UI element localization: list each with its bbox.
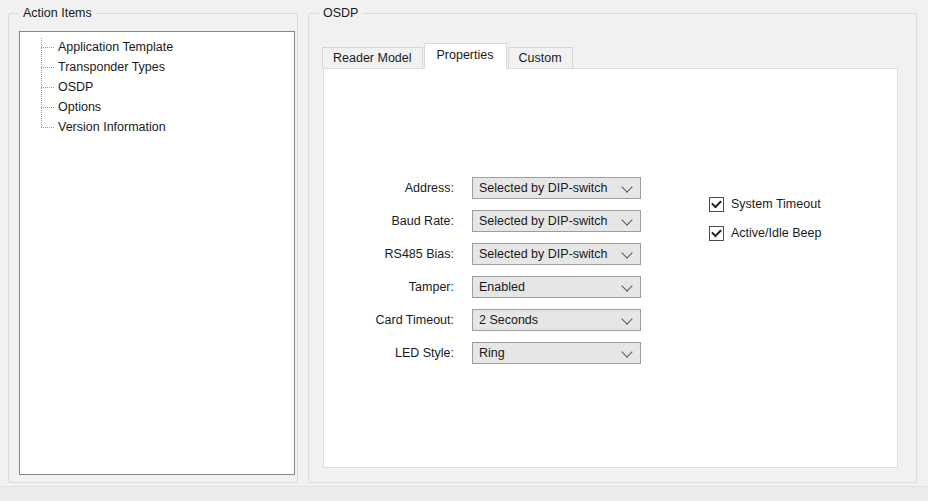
rs485-bias-dropdown[interactable]: Selected by DIP-switch	[472, 243, 641, 265]
chevron-down-icon	[621, 313, 632, 324]
address-dropdown[interactable]: Selected by DIP-switch	[472, 177, 641, 199]
chevron-down-icon	[621, 214, 632, 225]
properties-tab-page: Address: Selected by DIP-switch Baud Rat…	[323, 68, 898, 468]
chevron-down-icon	[621, 346, 632, 357]
tree-item-transponder-types[interactable]: Transponder Types	[20, 57, 294, 77]
tree-branch-icon	[41, 47, 54, 48]
active-idle-beep-checkbox-row[interactable]: Active/Idle Beep	[709, 226, 821, 241]
application-window: Action Items Application Template Transp…	[0, 0, 928, 501]
osdp-groupbox: OSDP Reader Model Properties Custom Addr…	[308, 13, 917, 483]
active-idle-beep-label: Active/Idle Beep	[731, 226, 821, 241]
system-timeout-checkbox[interactable]	[709, 197, 724, 212]
led-style-row: LED Style: Ring	[324, 342, 897, 364]
tree-item-options[interactable]: Options	[20, 97, 294, 117]
tab-custom[interactable]: Custom	[508, 47, 573, 68]
active-idle-beep-checkbox[interactable]	[709, 226, 724, 241]
card-timeout-dropdown[interactable]: 2 Seconds	[472, 309, 641, 331]
tamper-row: Tamper: Enabled	[324, 276, 897, 298]
osdp-tabstrip: Reader Model Properties Custom	[322, 42, 574, 68]
tree-branch-icon	[41, 87, 54, 88]
window-bottom-edge	[0, 486, 928, 501]
tab-reader-model[interactable]: Reader Model	[322, 47, 423, 68]
rs485-bias-row: RS485 Bias: Selected by DIP-switch	[324, 243, 897, 265]
tree-branch-icon	[41, 107, 54, 108]
tree-item-osdp[interactable]: OSDP	[20, 77, 294, 97]
action-items-groupbox: Action Items Application Template Transp…	[8, 13, 298, 483]
baud-rate-dropdown[interactable]: Selected by DIP-switch	[472, 210, 641, 232]
chevron-down-icon	[621, 280, 632, 291]
address-label: Address:	[324, 177, 454, 199]
osdp-group-title: OSDP	[319, 5, 362, 21]
address-row: Address: Selected by DIP-switch	[324, 177, 897, 199]
action-items-tree[interactable]: Application Template Transponder Types O…	[19, 31, 295, 475]
system-timeout-label: System Timeout	[731, 197, 821, 212]
chevron-down-icon	[621, 247, 632, 258]
tree-item-version-information[interactable]: Version Information	[20, 117, 294, 137]
tree-item-application-template[interactable]: Application Template	[20, 37, 294, 57]
chevron-down-icon	[621, 181, 632, 192]
system-timeout-checkbox-row[interactable]: System Timeout	[709, 197, 821, 212]
card-timeout-row: Card Timeout: 2 Seconds	[324, 309, 897, 331]
tamper-label: Tamper:	[324, 276, 454, 298]
led-style-dropdown[interactable]: Ring	[472, 342, 641, 364]
rs485-bias-label: RS485 Bias:	[324, 243, 454, 265]
baud-rate-label: Baud Rate:	[324, 210, 454, 232]
card-timeout-label: Card Timeout:	[324, 309, 454, 331]
action-items-group-title: Action Items	[19, 5, 96, 21]
tab-properties[interactable]: Properties	[424, 43, 507, 69]
led-style-label: LED Style:	[324, 342, 454, 364]
tree-branch-icon	[41, 127, 54, 128]
tree-branch-icon	[41, 67, 54, 68]
tamper-dropdown[interactable]: Enabled	[472, 276, 641, 298]
